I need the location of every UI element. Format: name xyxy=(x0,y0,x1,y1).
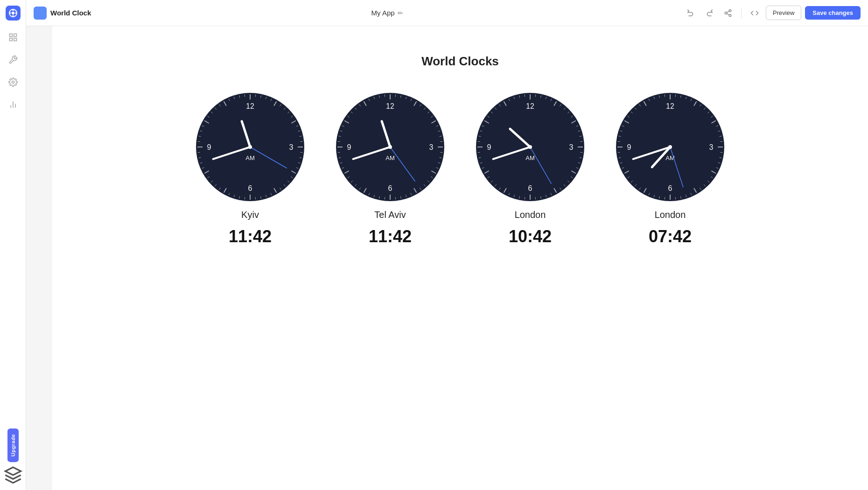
svg-text:AM: AM xyxy=(525,154,535,161)
clock-item: 12369AMKyiv11:42 xyxy=(194,91,306,246)
app-title: World Clock xyxy=(50,9,91,17)
svg-line-67 xyxy=(198,141,200,142)
svg-text:12: 12 xyxy=(526,102,534,110)
svg-text:12: 12 xyxy=(666,102,674,110)
svg-line-22 xyxy=(255,95,256,97)
svg-line-50 xyxy=(255,197,256,199)
app-name: My App xyxy=(371,9,395,17)
tools-icon xyxy=(8,55,18,64)
sidebar-item-tools[interactable] xyxy=(4,50,22,69)
svg-text:6: 6 xyxy=(668,184,672,192)
svg-line-260 xyxy=(675,197,676,199)
app-logo-small xyxy=(34,7,47,20)
preview-button[interactable]: Preview xyxy=(766,6,801,20)
svg-line-262 xyxy=(665,197,665,199)
svg-line-192 xyxy=(525,197,525,199)
svg-text:6: 6 xyxy=(528,184,532,192)
svg-text:9: 9 xyxy=(627,143,631,151)
svg-line-175 xyxy=(580,141,582,142)
code-icon xyxy=(750,9,759,17)
svg-rect-7 xyxy=(14,34,16,37)
svg-line-190 xyxy=(535,197,536,199)
sidebar-item-settings[interactable] xyxy=(4,73,22,91)
svg-point-17 xyxy=(729,14,731,17)
svg-line-205 xyxy=(478,152,480,153)
settings-icon xyxy=(8,77,18,87)
clock-item: 12369AMLondon07:42 xyxy=(614,91,726,246)
clock-time: 07:42 xyxy=(649,227,692,246)
sidebar-item-analytics[interactable] xyxy=(4,95,22,114)
svg-point-10 xyxy=(12,81,14,84)
save-button[interactable]: Save changes xyxy=(805,6,861,20)
clock-time: 11:42 xyxy=(229,227,272,246)
svg-line-135 xyxy=(338,152,340,153)
grid-icon xyxy=(8,33,18,42)
svg-line-247 xyxy=(720,152,722,153)
svg-point-15 xyxy=(729,9,731,12)
svg-text:AM: AM xyxy=(245,154,255,161)
svg-line-19 xyxy=(727,11,729,12)
svg-text:6: 6 xyxy=(388,184,392,192)
clock-item: 12369AMLondon10:42 xyxy=(474,91,586,246)
svg-marker-14 xyxy=(5,467,21,475)
share-icon xyxy=(724,9,732,17)
clock-city: Kyiv xyxy=(241,210,259,220)
svg-text:3: 3 xyxy=(569,143,574,151)
topbar: World Clock My App ✏ Preview xyxy=(26,0,868,26)
upgrade-button[interactable]: Upgrade xyxy=(7,428,19,462)
svg-line-80 xyxy=(245,95,245,97)
svg-line-162 xyxy=(535,95,536,97)
svg-rect-6 xyxy=(9,34,12,37)
undo-button[interactable] xyxy=(683,6,698,21)
svg-text:9: 9 xyxy=(487,143,491,151)
main-content: World Clocks 12369AMKyiv11:4212369AMTel … xyxy=(52,26,868,490)
clocks-row: 12369AMKyiv11:4212369AMTel Aviv11:421236… xyxy=(194,91,726,246)
svg-line-18 xyxy=(727,14,729,15)
clock-svg: 12369AM xyxy=(474,91,586,203)
svg-text:6: 6 xyxy=(248,184,252,192)
clock-city: Tel Aviv xyxy=(374,210,406,220)
code-button[interactable] xyxy=(747,6,762,21)
svg-line-232 xyxy=(675,95,676,97)
svg-point-16 xyxy=(725,12,727,14)
redo-button[interactable] xyxy=(702,6,717,21)
svg-rect-8 xyxy=(9,38,12,41)
sidebar-item-grid[interactable] xyxy=(4,28,22,47)
svg-line-137 xyxy=(338,141,340,142)
svg-text:3: 3 xyxy=(429,143,434,151)
svg-line-275 xyxy=(618,152,620,153)
stack-icon xyxy=(4,466,22,484)
svg-text:9: 9 xyxy=(347,143,351,151)
svg-line-35 xyxy=(300,141,302,142)
svg-line-105 xyxy=(440,141,442,142)
toolbar-divider xyxy=(741,7,742,19)
share-button[interactable] xyxy=(721,6,735,21)
svg-text:12: 12 xyxy=(246,102,254,110)
svg-line-65 xyxy=(198,152,200,153)
redo-icon xyxy=(705,9,714,17)
layers-icon xyxy=(4,466,22,484)
svg-point-89 xyxy=(248,145,252,149)
svg-text:AM: AM xyxy=(665,154,675,161)
undo-icon xyxy=(686,9,695,17)
svg-line-207 xyxy=(478,141,480,142)
sidebar-bottom: Upgrade xyxy=(4,428,22,484)
svg-text:AM: AM xyxy=(385,154,395,161)
app-logo xyxy=(6,6,21,21)
svg-line-245 xyxy=(720,141,722,142)
sidebar: Upgrade xyxy=(0,0,26,490)
svg-point-1 xyxy=(12,12,14,14)
svg-text:3: 3 xyxy=(709,143,714,151)
svg-line-52 xyxy=(245,197,245,199)
clock-svg: 12369AM xyxy=(194,91,306,203)
edit-icon[interactable]: ✏ xyxy=(398,9,403,17)
clock-time: 10:42 xyxy=(509,227,552,246)
clock-time: 11:42 xyxy=(369,227,412,246)
svg-line-290 xyxy=(665,95,665,97)
logo-icon xyxy=(8,8,18,18)
topbar-center: My App ✏ xyxy=(91,9,683,17)
svg-point-159 xyxy=(388,145,392,149)
chart-icon xyxy=(8,100,18,109)
svg-text:3: 3 xyxy=(289,143,294,151)
topbar-left: World Clock xyxy=(34,7,91,20)
